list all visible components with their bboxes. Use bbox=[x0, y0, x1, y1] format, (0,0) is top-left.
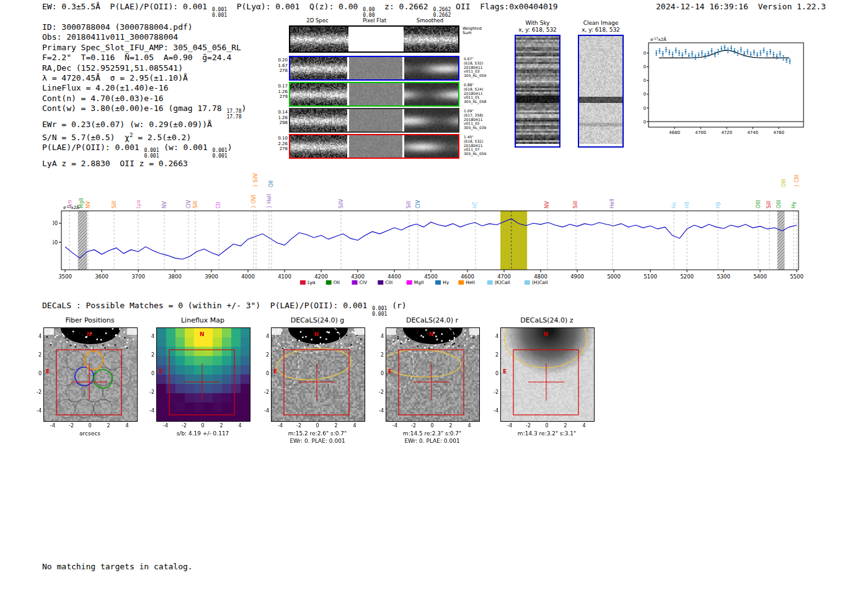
x-tick-label: 5300 bbox=[717, 273, 730, 280]
weighted-sum-label: Weighted Sum bbox=[463, 27, 482, 35]
info-line: S/N = 5.7(±0.5) χ2 = 2.5(±0.2) bbox=[42, 130, 246, 143]
x-tick-label: 4900 bbox=[570, 273, 584, 280]
info-line: Cont(w) = 3.80(±0.00)e-16 (gmag 17.78 17… bbox=[42, 104, 246, 120]
compass-north-label: N bbox=[544, 331, 549, 337]
detected-line-band bbox=[500, 211, 527, 270]
emission-line-label: OIII bbox=[781, 179, 787, 187]
x-tick-label: 4000 bbox=[241, 273, 255, 280]
weighted-sum-label-line2: Sum bbox=[463, 31, 482, 35]
legend-swatch bbox=[352, 280, 358, 285]
cutout-title: Lineflux Map bbox=[150, 316, 255, 324]
data-point bbox=[756, 55, 758, 56]
report-datetime: 2024-12-14 16:39:16 bbox=[656, 2, 748, 11]
emission-line-label: } HeII bbox=[267, 194, 272, 208]
emission-line-label: SiII bbox=[193, 201, 198, 208]
x-tick-label: -2 bbox=[291, 423, 306, 429]
elixer-detection-report: EW: 0.3±5.5Å P(LAE)/P(OII): 0.001 0.0010… bbox=[0, 0, 868, 591]
emission-line-label: NV bbox=[86, 201, 91, 208]
x-tick-label: 3700 bbox=[131, 273, 145, 280]
data-point bbox=[766, 53, 768, 55]
y-tick-label: 0 bbox=[490, 371, 498, 376]
x-tick-label: 4 bbox=[232, 423, 247, 429]
y-tick-label: 2 bbox=[375, 352, 384, 358]
stacked-value: 0.26620.2662 bbox=[433, 7, 451, 18]
emission-line-label: Lyα bbox=[136, 200, 141, 208]
compass-north-label: N bbox=[200, 331, 205, 337]
emission-line-label: } OVI bbox=[251, 195, 257, 208]
data-point bbox=[658, 50, 660, 52]
x-tick-label: -2 bbox=[177, 423, 192, 429]
info-line: EWr = 0.23(±0.07) (w: 0.29(±0.09))Å bbox=[42, 120, 246, 130]
clean-image-title: Clean Image bbox=[573, 20, 629, 26]
fiber-row-left-label: 0.17 bbox=[272, 84, 288, 89]
cutout-caption: m:14.3 re:3.2" s:3.1" bbox=[492, 430, 602, 437]
stacked-value: 0.0010.001 bbox=[144, 148, 159, 159]
fiber-row-flat-image bbox=[349, 57, 402, 79]
data-point bbox=[782, 57, 784, 59]
weighted-sum-strip bbox=[289, 25, 459, 53]
fiber-row-left-labels: 0.141.26298 bbox=[272, 110, 288, 126]
emission-line-label: SiII bbox=[112, 201, 117, 208]
legend-swatch bbox=[300, 280, 306, 285]
data-point bbox=[750, 53, 752, 55]
y-tick-label: 0 bbox=[375, 371, 384, 376]
data-point bbox=[655, 52, 657, 54]
x-tick-label: 4700 bbox=[695, 130, 706, 135]
fiber-row-left-labels: 0.171.26279 bbox=[272, 84, 288, 100]
fiber-row-left-label: 0.14 bbox=[272, 110, 288, 115]
data-point bbox=[786, 59, 787, 61]
cutout-title: DECaLS(24.0) g bbox=[265, 316, 370, 324]
data-point bbox=[688, 55, 690, 57]
legend-swatch bbox=[407, 280, 412, 285]
cutout-caption: EWr: 0. PLAE: 0.001 bbox=[262, 438, 373, 444]
with-sky-coords: x, y: 618, 532 bbox=[510, 27, 565, 33]
fiber-row-smooth-image bbox=[404, 109, 458, 131]
x-tick-label: 0 bbox=[310, 423, 325, 429]
x-tick-label: 3500 bbox=[58, 273, 72, 280]
stacked-value: 0.0010.001 bbox=[212, 7, 227, 18]
data-point bbox=[675, 50, 677, 51]
fiber-row-flat-image bbox=[349, 109, 402, 131]
cutout-title: DECaLS(24.0) r bbox=[379, 316, 485, 324]
fiber-row-left-label: 298 bbox=[272, 120, 288, 126]
data-point bbox=[779, 53, 781, 55]
emission-line-label: Hγ bbox=[791, 202, 797, 208]
y-tick-label: 0 bbox=[146, 371, 154, 376]
y-tick-label: 0 bbox=[260, 371, 269, 376]
x-tick-label: -4 bbox=[273, 423, 288, 429]
fiber-row-left-label: 279 bbox=[272, 94, 288, 100]
x-tick-label: -2 bbox=[406, 423, 421, 429]
cutout-image-1 bbox=[156, 327, 250, 422]
cutout-caption: m:14.5 re:2.3" s:0.7" bbox=[377, 430, 487, 437]
cutout-caption: EWr: 0. PLAE: 0.001 bbox=[377, 438, 487, 444]
y-tick-label: 100 bbox=[53, 221, 58, 226]
legend-swatch bbox=[435, 280, 441, 285]
x-tick-label: 4700 bbox=[497, 273, 511, 280]
report-version: Version 1.22.3 bbox=[758, 2, 826, 11]
fiber-row-annotation-line: 305_RL_058 bbox=[464, 100, 496, 104]
legend-swatch bbox=[458, 280, 464, 285]
stack-bottom: 0.001 bbox=[213, 154, 228, 159]
compass-north-label: N bbox=[87, 331, 92, 337]
emission-line-label: CIV bbox=[186, 200, 192, 208]
y-tick-label: 0 bbox=[33, 371, 42, 376]
y-tick-label: 40 bbox=[644, 92, 646, 97]
compass-east-label: E bbox=[388, 368, 392, 375]
cutout-caption: s/b: 4.19 +/- 0.117 bbox=[148, 430, 258, 437]
data-point bbox=[691, 53, 693, 55]
y-tick-label: 4 bbox=[375, 334, 384, 339]
data-point bbox=[724, 47, 725, 48]
fiber-row-left-label: 278 bbox=[272, 68, 288, 74]
fiber-row-annotation-line: 305_RL_059 bbox=[464, 74, 496, 78]
y-tick-label: -4 bbox=[33, 408, 42, 414]
x-tick-label: -4 bbox=[158, 423, 173, 429]
data-point bbox=[704, 55, 706, 57]
fiber-row-annotations: 0.88"(618, 524)20180411v011_01305_RL_058 bbox=[464, 83, 496, 104]
emission-line-label: } CIII bbox=[794, 175, 800, 187]
x-tick-label: 3600 bbox=[95, 273, 108, 280]
data-point bbox=[733, 50, 735, 52]
x-tick-label: 4400 bbox=[388, 273, 401, 280]
x-tick-label: 4 bbox=[120, 423, 135, 429]
weighted-sum-image bbox=[290, 27, 458, 51]
x-tick-label: -4 bbox=[45, 423, 60, 429]
